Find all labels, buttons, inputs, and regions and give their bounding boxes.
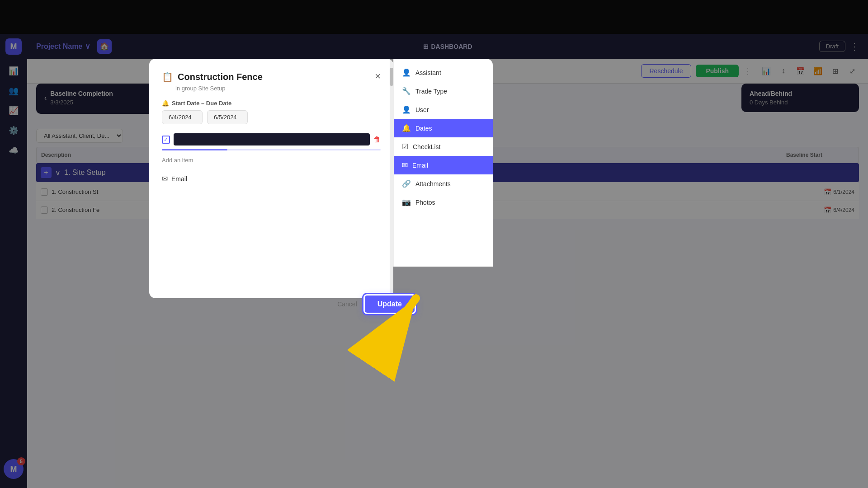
email-label: Email [171,175,187,183]
checklist-text-input[interactable] [174,133,370,145]
panel-item-assistant[interactable]: 👤 Assistant [394,63,493,82]
bell-icon: 🔔 [162,100,169,107]
date-label: 🔔 Start Date – Due Date [162,100,381,107]
modal-dialog: 📋 Construction Fence × in group Site Set… [149,59,393,298]
photos-icon: 📷 [402,198,411,206]
task-type-icon: 📋 [162,71,173,82]
checklist-section: ✓ 🗑 Add an item [162,133,381,165]
modal-scrollbar[interactable] [390,59,393,298]
dates-bell-icon: 🔔 [402,124,411,132]
email-panel-icon: ✉ [402,161,408,169]
panel-label-attachments: Attachments [415,180,451,188]
date-inputs: 6/4/2024 6/5/2024 [162,110,381,124]
date-section: 🔔 Start Date – Due Date 6/4/2024 6/5/202… [162,100,381,124]
modal-title-row: 📋 Construction Fence [162,71,263,82]
update-button[interactable]: Update [363,294,416,314]
panel-label-user: User [415,106,429,113]
checklist-item: ✓ 🗑 [162,133,381,145]
modal-close-button[interactable]: × [375,71,381,81]
delete-checklist-item-icon[interactable]: 🗑 [373,136,381,144]
trade-type-icon: 🔧 [402,87,411,95]
panel-item-photos[interactable]: 📷 Photos [394,193,493,211]
panel-label-email: Email [412,162,428,169]
user-icon: 👤 [402,105,411,114]
checklist-progress-bar [162,149,381,150]
panel-label-checklist: CheckList [413,143,440,150]
modal-header: 📋 Construction Fence × [162,71,381,82]
checklist-progress-fill [162,149,227,150]
panel-label-photos: Photos [415,199,435,206]
panel-item-dates[interactable]: 🔔 Dates [394,119,493,137]
scrollbar-thumb[interactable] [390,68,393,86]
panel-item-user[interactable]: 👤 User [394,100,493,119]
add-checklist-item-button[interactable]: Add an item [162,155,193,165]
start-date-input[interactable]: 6/4/2024 [162,110,203,124]
panel-item-attachments[interactable]: 🔗 Attachments [394,174,493,193]
panel-label-dates: Dates [415,125,432,132]
modal-title: Construction Fence [178,72,263,82]
panel-label-trade-type: Trade Type [415,88,447,95]
email-section: ✉ Email [162,174,381,183]
cancel-button[interactable]: Cancel [337,300,357,308]
panel-item-email[interactable]: ✉ Email [394,156,493,174]
checklist-icon: ☑ [402,142,408,151]
right-panel: 👤 Assistant 🔧 Trade Type 👤 User 🔔 Dates … [393,59,493,267]
attachments-icon: 🔗 [402,179,411,188]
panel-item-trade-type[interactable]: 🔧 Trade Type [394,82,493,100]
email-icon: ✉ [162,174,168,183]
checklist-checkbox[interactable]: ✓ [162,136,170,144]
end-date-input[interactable]: 6/5/2024 [207,110,248,124]
assistant-icon: 👤 [402,68,411,77]
panel-item-checklist[interactable]: ☑ CheckList [394,137,493,156]
panel-label-assistant: Assistant [415,69,441,76]
modal-subtitle: in group Site Setup [175,85,381,92]
